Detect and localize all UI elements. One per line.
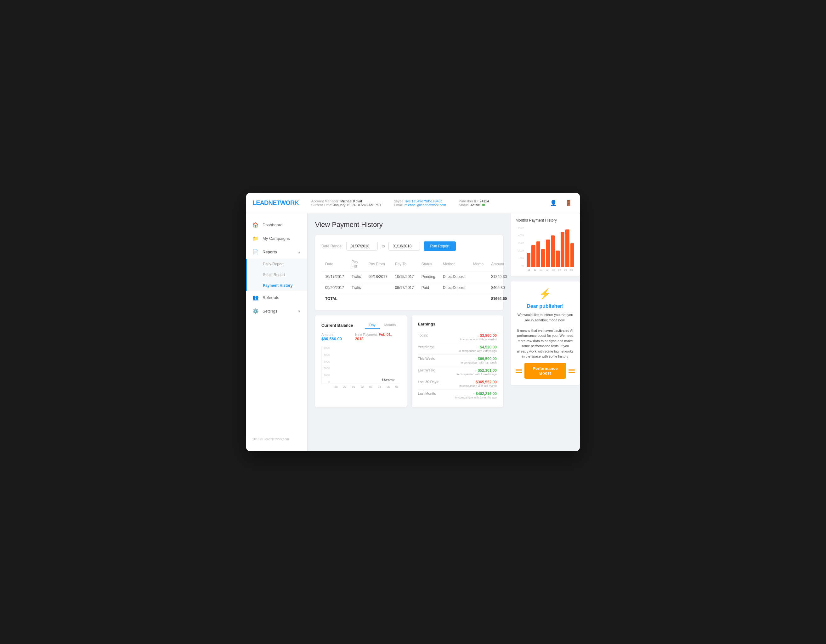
next-payment-section: Next Payment: Feb 01, 2018: [355, 332, 401, 341]
col-method: Method: [439, 257, 469, 271]
date-to-input[interactable]: [388, 242, 420, 251]
reports-arrow-icon: ▲: [298, 250, 301, 254]
sidebar-item-dashboard[interactable]: 🏠 Dashboard: [246, 218, 307, 232]
balance-chart: 5000 4000 3000 2000 1000 0 $3,860.00 282…: [321, 346, 401, 390]
earnings-row: Today: ↓ $3,860.00 In comparison with ye…: [418, 331, 497, 343]
earnings-row: Last Week: ↑ $52,301.00 In comparison wi…: [418, 366, 497, 378]
profile-icon[interactable]: 👤: [548, 198, 559, 208]
referrals-icon: 👥: [253, 295, 259, 301]
daily-report-label: Daily Report: [263, 262, 284, 266]
sidebar-item-settings[interactable]: ⚙️ Settings ▼: [246, 304, 307, 318]
sidebar-item-daily-report[interactable]: Daily Report: [247, 259, 307, 269]
page-title: View Payment History: [315, 220, 503, 229]
months-x-labels: 1112010203040906: [526, 268, 575, 271]
balance-bars: $3,860.00: [333, 346, 401, 384]
bottom-grid: Current Balance Day Mounth Amount: $80,5…: [315, 315, 503, 412]
col-pay-to: Pay To: [391, 257, 418, 271]
publisher-text: We would like to inform you that you are…: [515, 312, 575, 359]
boost-line-6: [568, 372, 575, 373]
months-chart-card: Months Payment History 5000 4000 3000 20…: [511, 213, 580, 276]
sidebar-label-referrals: Referrals: [262, 295, 279, 300]
settings-arrow-icon: ▼: [298, 309, 301, 313]
performance-boost-button[interactable]: Performance Boost: [525, 363, 566, 379]
email-label: Email:: [394, 203, 404, 207]
months-y-axis: 5000 4000 3000 2000 1000 0: [515, 226, 525, 267]
col-pay-for: Pay For: [348, 257, 365, 271]
to-text: to: [382, 244, 385, 248]
skype-link[interactable]: live:1e549e79d51e948c: [405, 199, 442, 203]
skype-email-info: Skype: live:1e549e79d51e948c Email: mich…: [394, 199, 446, 207]
logo: LEADNETWORK: [253, 199, 299, 206]
sidebar-item-payment-history[interactable]: Payment History: [247, 280, 307, 291]
header-info: Account Manager: Michael Koval Current T…: [311, 199, 548, 207]
table-total-row: TOTAL $1654.60: [321, 293, 511, 304]
date-range-label: Date Range:: [321, 244, 343, 248]
balance-tab-group: Day Mounth: [365, 322, 400, 329]
sidebar-item-subid-report[interactable]: Subid Report: [247, 269, 307, 280]
campaigns-icon: 📁: [253, 236, 259, 241]
sidebar-label-dashboard: Dashboard: [262, 222, 283, 227]
sidebar-reports-submenu: Daily Report Subid Report Payment Histor…: [246, 259, 307, 291]
boost-line-4: [568, 369, 575, 369]
reports-icon: 📄: [253, 249, 259, 255]
header: LEADNETWORK Account Manager: Michael Kov…: [246, 193, 580, 213]
current-balance-card: Current Balance Day Mounth Amount: $80,5…: [315, 315, 407, 407]
home-icon: 🏠: [253, 222, 259, 228]
months-bar: [570, 243, 574, 267]
account-manager-label: Account Manager:: [311, 199, 339, 203]
boost-line-5: [568, 371, 575, 371]
months-chart-title: Months Payment History: [515, 218, 575, 222]
balance-amounts: Amount: $80,560.00 Next Payment: Feb 01,…: [321, 332, 401, 341]
amount-value: $80,560.00: [321, 337, 342, 341]
balance-header: Current Balance Day Mounth: [321, 322, 401, 329]
boost-line-3: [515, 372, 522, 373]
right-panel: Months Payment History 5000 4000 3000 20…: [511, 213, 580, 451]
tab-month[interactable]: Mounth: [380, 322, 401, 329]
run-report-button[interactable]: Run Report: [424, 241, 455, 251]
sidebar-label-reports: Reports: [262, 250, 277, 254]
earnings-row: Yesterday: ↑ $4,520.00 In comparison wit…: [418, 343, 497, 355]
boost-line-1: [515, 369, 522, 369]
col-amount: Amount: [487, 257, 511, 271]
tab-day[interactable]: Day: [365, 322, 380, 329]
date-from-input[interactable]: [346, 242, 378, 251]
boost-lines-right: [568, 369, 575, 373]
sidebar-item-referrals[interactable]: 👥 Referrals: [246, 291, 307, 304]
skype-label: Skype:: [394, 199, 405, 203]
logout-icon[interactable]: 🚪: [564, 198, 573, 208]
table-row: 10/17/2017 Trafic 09/18/2017 10/15/2017 …: [321, 271, 511, 282]
content-area: View Payment History Date Range: to Run …: [307, 213, 511, 451]
sidebar-footer: 2018 © LeadNetwork.com: [246, 433, 307, 446]
sidebar-item-campaigns[interactable]: 📁 My Campaigns: [246, 232, 307, 245]
status-dot: [482, 204, 485, 206]
earnings-title: Earnings: [418, 322, 497, 326]
table-row: 09/20/2017 Trafic 09/17/2017 Paid Direct…: [321, 282, 511, 293]
boost-lines-left: [515, 369, 522, 373]
logo-network: NETWORK: [268, 199, 298, 206]
months-bar: [541, 249, 545, 267]
app-window: LEADNETWORK Account Manager: Michael Kov…: [246, 193, 580, 451]
balance-amount-section: Amount: $80,560.00: [321, 333, 355, 341]
earnings-row: Last 30 Days: ↓ $365,552.00 In compariso…: [418, 378, 497, 390]
email-link[interactable]: michael@leadnetwork.com: [405, 203, 446, 207]
subid-report-label: Subid Report: [263, 273, 285, 277]
lightning-icon: ⚡: [515, 288, 575, 299]
boost-line-2: [515, 371, 522, 371]
publisher-title: Dear publisher!: [515, 303, 575, 309]
months-bar: [536, 241, 540, 267]
col-memo: Memo: [469, 257, 487, 271]
publisher-info: Publisher ID: 24124 Status: Active: [459, 199, 489, 207]
earnings-card: Earnings Today: ↓ $3,860.00 In compariso…: [412, 315, 503, 407]
sidebar: 🏠 Dashboard 📁 My Campaigns 📄 Reports ▲ D…: [246, 213, 307, 451]
months-bar: [565, 230, 569, 267]
balance-x-labels: 2829010203040506: [321, 385, 401, 388]
sidebar-label-campaigns: My Campaigns: [262, 236, 290, 241]
earnings-rows: Today: ↓ $3,860.00 In comparison with ye…: [418, 331, 497, 401]
months-bar: [560, 232, 564, 267]
sidebar-item-reports[interactable]: 📄 Reports ▲: [246, 245, 307, 259]
chart-y-axis: 5000 4000 3000 2000 1000 0: [322, 346, 331, 384]
balance-title: Current Balance: [321, 323, 353, 327]
sidebar-label-settings: Settings: [262, 309, 277, 313]
amount-label: Amount:: [321, 333, 334, 337]
earnings-row: This Week: ↑ $69,590.00 In comparison wi…: [418, 355, 497, 366]
